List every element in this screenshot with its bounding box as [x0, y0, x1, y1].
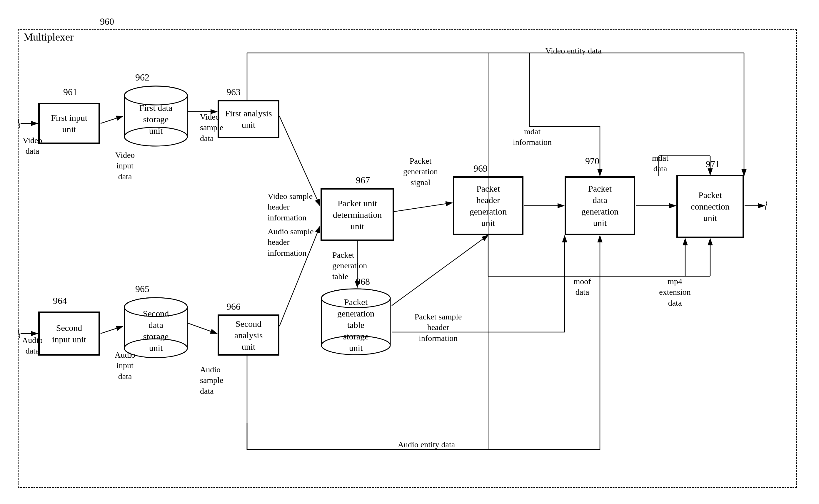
ref-967: 967 [356, 175, 370, 186]
packet-connection-label: Packetconnectionunit [691, 189, 730, 224]
packet-header-gen-label: Packetheadergenerationunit [470, 183, 507, 229]
ref-971: 971 [706, 159, 720, 170]
audio-sample-data-label: Audio sampledata [200, 364, 238, 396]
video-sample-header-label: Video sampleheader information [267, 191, 326, 223]
packet-data-gen-block: Packetdatagenerationunit [565, 176, 635, 235]
first-input-unit-label: First inputunit [51, 112, 87, 135]
audio-entity-data-label: Audio entity data [394, 439, 459, 450]
ref-964: 964 [53, 295, 67, 306]
packet-sample-header-label: Packet sampleheader information [409, 312, 468, 344]
packet-gen-table-storage-label: Packetgenerationtablestorageunit [335, 294, 377, 356]
first-input-unit-block: First inputunit [38, 103, 100, 144]
packet-connection-block: Packetconnectionunit [676, 175, 744, 238]
mdat-information-label: mdatinformation [509, 126, 556, 148]
packet-data-gen-label: Packetdatagenerationunit [581, 183, 619, 229]
moof-data-label: moofdata [568, 276, 597, 298]
video-data-label: Videodata [18, 135, 47, 157]
second-input-unit-label: Secondinput unit [52, 322, 86, 345]
video-input-data-label: Video inputdata [106, 150, 144, 182]
audio-input-data-label: Audio inputdata [106, 350, 144, 382]
mdat-data-label: mdatdata [644, 153, 676, 174]
video-entity-data-label: Video entity data [541, 46, 606, 56]
ref-960: 960 [100, 16, 114, 27]
packet-header-gen-block: Packetheadergenerationunit [453, 176, 524, 235]
ref-970: 970 [585, 156, 599, 167]
second-analysis-unit-block: Secondanalysisunit [218, 314, 279, 356]
ref-966: 966 [226, 301, 240, 312]
packet-gen-signal-label: Packetgenerationsignal [397, 156, 444, 188]
ref-969: 969 [474, 163, 488, 174]
diagram-container: 960 Multiplexer First inputunit 961 Firs… [12, 12, 806, 494]
second-analysis-unit-label: Secondanalysisunit [234, 318, 263, 352]
ref-965: 965 [135, 284, 149, 294]
second-data-storage-label: Seconddatastorageunit [141, 305, 171, 356]
mp4-extension-label: mp4 extensiondata [651, 276, 698, 308]
audio-sample-header-label: Audio sampleheader information [267, 226, 326, 258]
second-input-unit-block: Secondinput unit [38, 312, 100, 356]
packet-gen-table-label: Packetgenerationtable [332, 250, 379, 282]
video-sample-data-label: Video sampledata [200, 112, 235, 144]
ref-962: 962 [135, 72, 149, 83]
packet-unit-determination-block: Packet unitdeterminationunit [320, 188, 394, 241]
first-data-storage-label: First datastorageunit [137, 100, 175, 139]
packet-gen-table-storage-block: Packetgenerationtablestorageunit [320, 288, 391, 356]
first-data-storage-block: First datastorageunit [123, 85, 188, 147]
multiplexer-label: Multiplexer [24, 31, 73, 43]
ref-961: 961 [63, 87, 77, 98]
second-data-storage-block: Seconddatastorageunit [123, 297, 188, 359]
packet-unit-determination-label: Packet unitdeterminationunit [333, 197, 382, 232]
ref-963: 963 [226, 87, 240, 98]
audio-data-label: Audiodata [18, 335, 47, 356]
